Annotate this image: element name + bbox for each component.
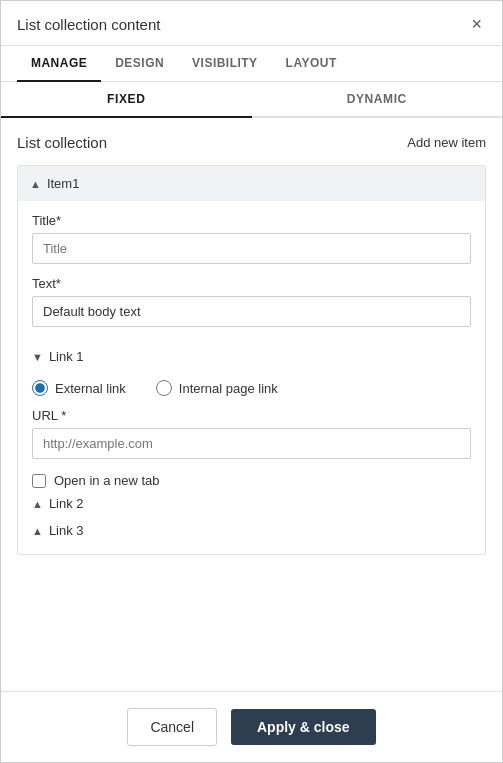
link3-section[interactable]: ▲ Link 3 xyxy=(32,515,471,542)
sub-tab-fixed[interactable]: FIXED xyxy=(1,82,252,118)
open-new-tab-label: Open in a new tab xyxy=(54,473,160,488)
sub-tab-dynamic[interactable]: DYNAMIC xyxy=(252,82,503,118)
tab-layout[interactable]: LAYOUT xyxy=(272,46,351,82)
modal-header: List collection content × xyxy=(1,1,502,46)
title-field-label: Title* xyxy=(32,213,471,228)
content-area: List collection Add new item ▲ Item1 Tit… xyxy=(1,118,502,691)
add-new-item-button[interactable]: Add new item xyxy=(407,135,486,150)
open-new-tab-row: Open in a new tab xyxy=(32,473,471,488)
tab-design[interactable]: DESIGN xyxy=(101,46,178,82)
text-field-label: Text* xyxy=(32,276,471,291)
modal-title: List collection content xyxy=(17,16,160,33)
internal-link-option[interactable]: Internal page link xyxy=(156,380,278,396)
link1-chevron-icon: ▼ xyxy=(32,351,43,363)
item1-label: Item1 xyxy=(47,176,80,191)
link3-chevron-icon: ▲ xyxy=(32,525,43,537)
section-title: List collection xyxy=(17,134,107,151)
tab-manage[interactable]: MANAGE xyxy=(17,46,101,82)
main-tabs: MANAGE DESIGN VISIBILITY LAYOUT xyxy=(1,46,502,82)
link2-section[interactable]: ▲ Link 2 xyxy=(32,488,471,515)
apply-close-button[interactable]: Apply & close xyxy=(231,709,376,745)
url-input[interactable] xyxy=(32,428,471,459)
item1-header[interactable]: ▲ Item1 xyxy=(18,166,485,201)
link1-label: Link 1 xyxy=(49,349,84,364)
item1-chevron-icon: ▲ xyxy=(30,178,41,190)
external-link-option[interactable]: External link xyxy=(32,380,126,396)
external-link-radio[interactable] xyxy=(32,380,48,396)
title-input[interactable] xyxy=(32,233,471,264)
link1-section: ▼ Link 1 External link Internal page lin… xyxy=(32,343,471,488)
link2-label: Link 2 xyxy=(49,496,84,511)
open-new-tab-checkbox[interactable] xyxy=(32,474,46,488)
url-field-label: URL * xyxy=(32,408,471,423)
link1-header[interactable]: ▼ Link 1 xyxy=(32,343,471,370)
link-type-radio-group: External link Internal page link xyxy=(32,380,471,396)
section-header: List collection Add new item xyxy=(17,134,486,151)
tab-visibility[interactable]: VISIBILITY xyxy=(178,46,271,82)
internal-link-label: Internal page link xyxy=(179,381,278,396)
external-link-label: External link xyxy=(55,381,126,396)
link3-label: Link 3 xyxy=(49,523,84,538)
close-button[interactable]: × xyxy=(467,13,486,35)
link2-chevron-icon: ▲ xyxy=(32,498,43,510)
item1-block: ▲ Item1 Title* Text* ▼ Link 1 xyxy=(17,165,486,555)
internal-link-radio[interactable] xyxy=(156,380,172,396)
modal-footer: Cancel Apply & close xyxy=(1,691,502,762)
modal: List collection content × MANAGE DESIGN … xyxy=(0,0,503,763)
item1-body: Title* Text* ▼ Link 1 External link xyxy=(18,201,485,554)
cancel-button[interactable]: Cancel xyxy=(127,708,217,746)
text-input[interactable] xyxy=(32,296,471,327)
sub-tabs: FIXED DYNAMIC xyxy=(1,82,502,118)
